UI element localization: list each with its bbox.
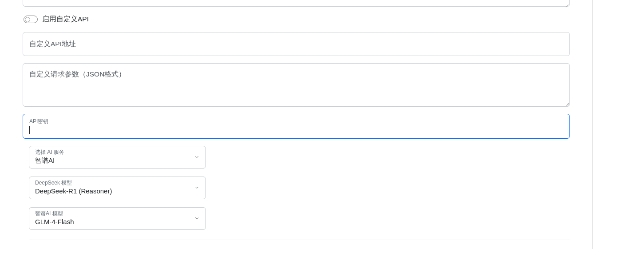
chevron-down-icon bbox=[194, 184, 200, 192]
custom-api-toggle[interactable] bbox=[24, 16, 38, 23]
ai-service-select-label: 选择 AI 服务 bbox=[35, 149, 188, 156]
settings-form: 启用自定义API API密钥 选择 AI 服务 智谱AI DeepSeek 模型… bbox=[0, 0, 593, 249]
deepseek-model-select-label: DeepSeek 模型 bbox=[35, 180, 188, 187]
ai-service-select[interactable]: 选择 AI 服务 智谱AI bbox=[29, 146, 206, 169]
prior-textarea-bottom[interactable] bbox=[23, 0, 570, 7]
custom-api-toggle-label: 启用自定义API bbox=[42, 15, 89, 24]
custom-params-textarea[interactable] bbox=[23, 63, 570, 107]
chevron-down-icon bbox=[194, 153, 200, 161]
zhipu-model-select[interactable]: 智谱AI 模型 GLM-4-Flash bbox=[29, 207, 206, 230]
zhipu-model-select-value: GLM-4-Flash bbox=[35, 218, 74, 225]
deepseek-model-select[interactable]: DeepSeek 模型 DeepSeek-R1 (Reasoner) bbox=[29, 177, 206, 199]
toggle-knob-icon bbox=[25, 17, 30, 22]
deepseek-model-select-value: DeepSeek-R1 (Reasoner) bbox=[35, 187, 112, 195]
zhipu-model-select-label: 智谱AI 模型 bbox=[35, 210, 188, 217]
api-key-field[interactable]: API密钥 bbox=[23, 114, 570, 139]
divider bbox=[29, 240, 570, 240]
custom-api-url-input[interactable] bbox=[23, 32, 570, 56]
custom-api-toggle-row: 启用自定义API bbox=[24, 15, 570, 24]
ai-service-select-value: 智谱AI bbox=[35, 157, 55, 164]
chevron-down-icon bbox=[194, 215, 200, 222]
api-key-label: API密钥 bbox=[29, 118, 563, 125]
api-key-input[interactable] bbox=[30, 126, 563, 134]
resize-handle-icon[interactable] bbox=[564, 1, 569, 5]
